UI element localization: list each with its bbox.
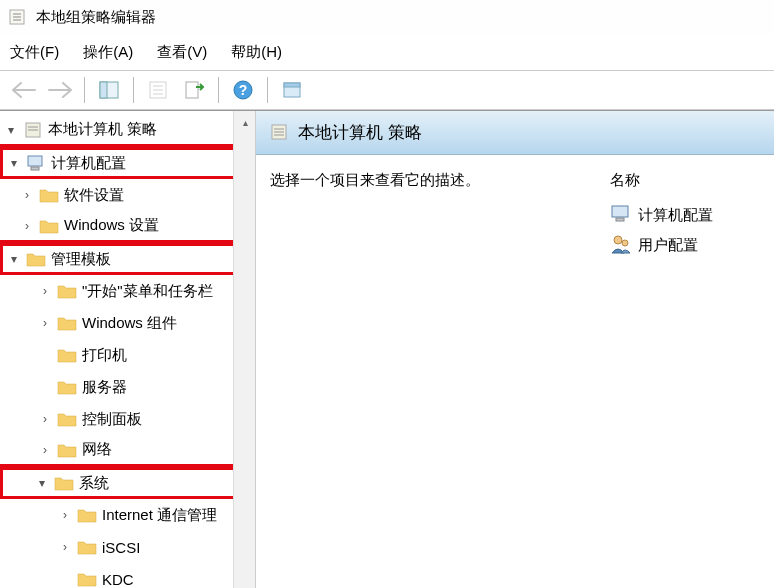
scroll-up-icon[interactable]: ▴ [234, 111, 256, 133]
column-name[interactable]: 名称 [610, 171, 760, 190]
folder-icon [25, 248, 47, 270]
detail-description: 选择一个项目来查看它的描述。 [270, 171, 578, 260]
tree-label: 控制面板 [82, 410, 255, 429]
detail-list: 名称 计算机配置 [610, 171, 760, 260]
tree-kdc[interactable]: · KDC [0, 563, 255, 588]
tree-start-menu[interactable]: › "开始"菜单和任务栏 [0, 275, 255, 307]
svg-text:?: ? [239, 82, 248, 98]
svg-rect-24 [612, 206, 628, 217]
tree-label: 系统 [79, 474, 246, 493]
expand-icon[interactable]: › [54, 508, 76, 522]
folder-icon [56, 439, 78, 461]
expand-icon[interactable]: › [34, 316, 56, 330]
expand-icon[interactable]: ▾ [0, 123, 22, 137]
expand-icon[interactable]: ▾ [3, 156, 25, 170]
tree-system[interactable]: ▾ 系统 [0, 467, 255, 499]
tree-label: Windows 设置 [64, 216, 255, 235]
details-view-button[interactable] [93, 74, 125, 106]
expand-icon[interactable]: › [34, 412, 56, 426]
list-item-user-config[interactable]: 用户配置 [610, 230, 760, 260]
svg-point-26 [614, 236, 622, 244]
svg-rect-14 [284, 83, 300, 87]
detail-header: 本地计算机 策略 [256, 111, 774, 155]
policy-icon [22, 119, 44, 141]
tree-view[interactable]: ▾ 本地计算机 策略 ▾ 计算机配置 › 软件设置 [0, 111, 255, 588]
expand-icon[interactable]: › [34, 443, 56, 457]
tree-label: 本地计算机 策略 [48, 120, 255, 139]
list-item-label: 用户配置 [638, 236, 698, 255]
expand-icon[interactable]: ▾ [31, 476, 53, 490]
svg-rect-19 [31, 167, 39, 170]
tree-admin-templates[interactable]: ▾ 管理模板 [0, 243, 255, 275]
toolbar-separator [84, 77, 85, 103]
expand-icon[interactable]: ▾ [3, 252, 25, 266]
folder-icon [53, 472, 75, 494]
toolbar-separator [218, 77, 219, 103]
tree-label: 网络 [82, 440, 255, 459]
toolbar-separator [267, 77, 268, 103]
computer-icon [25, 152, 47, 174]
svg-point-27 [622, 240, 628, 246]
svg-rect-18 [28, 156, 42, 166]
tree-panel: ▾ 本地计算机 策略 ▾ 计算机配置 › 软件设置 [0, 111, 256, 588]
computer-icon [610, 203, 634, 227]
tree-network[interactable]: › 网络 [0, 435, 255, 467]
svg-rect-10 [186, 82, 198, 98]
tree-servers[interactable]: · 服务器 [0, 371, 255, 403]
folder-icon [38, 184, 60, 206]
tree-label: 服务器 [82, 378, 255, 397]
expand-icon[interactable]: › [16, 219, 38, 233]
export-button[interactable] [178, 74, 210, 106]
folder-icon [76, 568, 98, 588]
policy-icon [270, 123, 290, 143]
tree-label: Windows 组件 [82, 314, 255, 333]
tree-software-settings[interactable]: › 软件设置 [0, 179, 255, 211]
menu-bar: 文件(F) 操作(A) 查看(V) 帮助(H) [0, 34, 774, 70]
menu-view[interactable]: 查看(V) [157, 43, 207, 62]
svg-rect-25 [616, 218, 624, 221]
detail-body: 选择一个项目来查看它的描述。 名称 计算机配置 [256, 155, 774, 276]
toolbar-separator [133, 77, 134, 103]
menu-file[interactable]: 文件(F) [10, 43, 59, 62]
workspace: ▾ 本地计算机 策略 ▾ 计算机配置 › 软件设置 [0, 110, 774, 588]
tree-computer-config[interactable]: ▾ 计算机配置 [0, 147, 255, 179]
folder-icon [56, 408, 78, 430]
detail-panel: 本地计算机 策略 选择一个项目来查看它的描述。 名称 计算机配置 [256, 111, 774, 588]
folder-icon [56, 312, 78, 334]
filter-button[interactable] [276, 74, 308, 106]
tree-label: 打印机 [82, 346, 255, 365]
list-item-label: 计算机配置 [638, 206, 713, 225]
tree-control-panel[interactable]: › 控制面板 [0, 403, 255, 435]
title-bar: 本地组策略编辑器 [0, 0, 774, 34]
menu-help[interactable]: 帮助(H) [231, 43, 282, 62]
forward-button [44, 74, 76, 106]
tree-windows-components[interactable]: › Windows 组件 [0, 307, 255, 339]
list-item-computer-config[interactable]: 计算机配置 [610, 200, 760, 230]
user-icon [610, 233, 634, 257]
properties-button [142, 74, 174, 106]
window-title: 本地组策略编辑器 [36, 8, 156, 27]
tree-label: 管理模板 [51, 250, 246, 269]
app-icon [8, 7, 28, 27]
tree-label: 计算机配置 [51, 154, 246, 173]
tree-scrollbar[interactable]: ▴ [233, 111, 255, 588]
expand-icon[interactable]: › [34, 284, 56, 298]
folder-icon [56, 376, 78, 398]
tree-printers[interactable]: · 打印机 [0, 339, 255, 371]
detail-title: 本地计算机 策略 [298, 121, 422, 144]
svg-rect-5 [100, 82, 107, 98]
folder-icon [76, 536, 98, 558]
expand-icon[interactable]: › [16, 188, 38, 202]
tree-label: "开始"菜单和任务栏 [82, 282, 255, 301]
tree-windows-settings[interactable]: › Windows 设置 [0, 211, 255, 243]
help-button[interactable]: ? [227, 74, 259, 106]
tree-label: 软件设置 [64, 186, 255, 205]
folder-icon [38, 215, 60, 237]
tree-root[interactable]: ▾ 本地计算机 策略 [0, 115, 255, 147]
folder-icon [76, 504, 98, 526]
back-button [8, 74, 40, 106]
tree-iscsi[interactable]: › iSCSI [0, 531, 255, 563]
tree-internet[interactable]: › Internet 通信管理 [0, 499, 255, 531]
menu-action[interactable]: 操作(A) [83, 43, 133, 62]
expand-icon[interactable]: › [54, 540, 76, 554]
